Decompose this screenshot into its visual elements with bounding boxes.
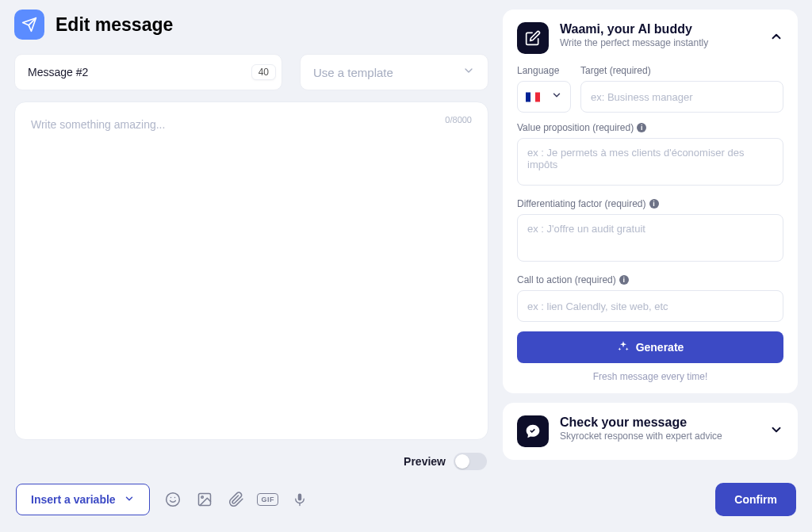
svg-rect-1 [530,92,535,101]
value-prop-label: Value proposition (required)i [517,122,783,133]
svg-rect-2 [535,92,540,101]
message-name-input[interactable] [14,54,282,90]
target-label: Target (required) [580,65,783,76]
svg-point-3 [166,493,179,507]
insert-variable-button[interactable]: Insert a variable [16,484,150,515]
edit-icon [517,22,549,54]
generate-button[interactable]: Generate [517,331,783,363]
ai-panel-subtitle: Write the perfect message instantly [560,37,758,48]
chevron-down-icon [769,423,783,440]
svg-point-7 [201,496,203,499]
info-icon: i [637,123,646,132]
message-name-field-wrap: 40 [14,54,282,90]
image-icon[interactable] [196,491,213,508]
message-textarea[interactable] [31,118,472,423]
microphone-icon[interactable] [291,491,308,508]
flag-france-icon [526,92,540,102]
template-select[interactable]: Use a template [300,54,488,90]
diff-factor-input[interactable] [517,214,783,262]
emoji-icon[interactable] [164,491,182,508]
ai-panel-header[interactable]: Waami, your AI buddy Write the perfect m… [517,22,783,54]
diff-factor-label: Differentiating factor (required)i [517,198,783,209]
cta-label: Call to action (required)i [517,274,783,285]
check-panel-subtitle: Skyrocket response with expert advice [560,431,758,442]
generate-note: Fresh message every time! [517,371,783,382]
preview-label: Preview [404,455,446,468]
svg-rect-0 [526,92,530,101]
message-name-limit-badge: 40 [251,64,276,80]
target-input[interactable] [580,81,783,113]
chevron-up-icon [769,29,783,47]
sparkle-icon [617,340,630,355]
template-select-placeholder: Use a template [313,66,393,79]
info-icon: i [649,199,659,209]
value-prop-input[interactable] [517,138,783,186]
chevron-down-icon [462,64,475,80]
cta-input[interactable] [517,290,783,322]
info-icon: i [619,275,629,285]
chevron-down-icon [124,493,135,507]
message-editor[interactable]: 0/8000 [14,101,488,440]
gif-icon[interactable]: GIF [259,491,277,508]
language-label: Language [517,65,571,76]
check-panel-title: Check your message [560,415,758,430]
preview-toggle[interactable] [454,453,487,470]
send-icon [14,10,44,40]
attachment-icon[interactable] [228,491,245,508]
language-select[interactable] [517,81,571,113]
page-header: Edit message [14,10,488,40]
page-title: Edit message [56,14,173,36]
char-counter: 0/8000 [445,115,472,124]
confirm-button[interactable]: Confirm [715,483,796,516]
ai-panel: Waami, your AI buddy Write the perfect m… [503,10,798,393]
ai-panel-title: Waami, your AI buddy [560,22,758,36]
chevron-down-icon [551,90,562,104]
